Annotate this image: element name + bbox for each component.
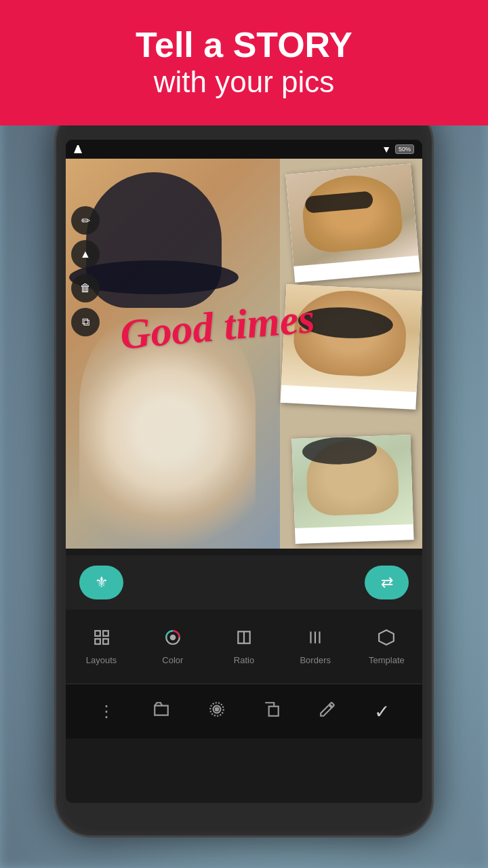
color-icon [164, 629, 182, 651]
promotional-banner: Tell a STORY with your pics [0, 0, 488, 125]
borders-icon [306, 629, 324, 651]
polaroid-1-image [285, 163, 418, 267]
phone-mockup: ▼ 50% [54, 105, 434, 837]
signal-icon [74, 145, 82, 153]
duplicate-icon: ⧉ [82, 316, 89, 328]
phone-screen: ▼ 50% [66, 140, 422, 803]
wifi-icon: ▼ [382, 144, 391, 155]
menu-item-borders[interactable]: Borders [280, 629, 351, 665]
polaroid-3-image [291, 435, 413, 528]
svg-rect-3 [103, 639, 108, 644]
butterfly-icon: ⚜ [95, 574, 108, 591]
menu-item-ratio[interactable]: Ratio [208, 629, 279, 665]
layouts-label: Layouts [86, 655, 117, 665]
svg-point-5 [171, 635, 176, 639]
polaroid-photo-3[interactable] [291, 435, 413, 544]
shuffle-button[interactable]: ⇄ [365, 566, 409, 599]
svg-rect-1 [103, 631, 108, 636]
confirm-button[interactable]: ✓ [374, 701, 390, 723]
duplicate-button[interactable]: ⧉ [71, 308, 100, 336]
left-toolbar: ✏ ▲ 🗑 ⧉ [71, 206, 100, 336]
svg-point-14 [215, 708, 218, 711]
pencil-icon: ✏ [81, 214, 90, 227]
status-bar: ▼ 50% [66, 140, 422, 159]
layer-up-button[interactable]: ▲ [71, 240, 100, 269]
shuffle-icon: ⇄ [381, 574, 393, 591]
template-label: Template [369, 655, 405, 665]
bottom-section: ⚜ ⇄ Layouts [66, 555, 422, 803]
template-icon [378, 629, 395, 651]
layouts-icon [93, 629, 110, 651]
action-row: ⚜ ⇄ [66, 555, 422, 610]
ratio-icon [235, 629, 253, 651]
effects-button[interactable]: ⚜ [79, 566, 123, 599]
banner-line2: with your pics [154, 64, 335, 100]
folder-button[interactable] [152, 701, 170, 722]
bottom-icons-row: ⋮ [66, 684, 422, 738]
svg-rect-0 [95, 631, 100, 636]
tool-menu-row: Layouts Color [66, 610, 422, 684]
battery-indicator: 50% [395, 144, 414, 154]
borders-label: Borders [300, 655, 331, 665]
banner-line1: Tell a STORY [136, 26, 352, 64]
photo-canvas[interactable]: Good times ✏ ▲ 🗑 ⧉ [66, 159, 422, 549]
svg-marker-11 [380, 630, 394, 645]
camera-button[interactable] [208, 701, 226, 722]
more-options-button[interactable]: ⋮ [98, 702, 115, 721]
svg-rect-15 [269, 707, 279, 716]
delete-button[interactable]: 🗑 [71, 274, 100, 302]
menu-item-template[interactable]: Template [351, 629, 422, 665]
svg-rect-2 [95, 639, 100, 644]
girl-photo-1 [300, 172, 404, 254]
menu-item-layouts[interactable]: Layouts [66, 629, 137, 665]
copy-button[interactable] [263, 701, 281, 722]
color-label: Color [162, 655, 183, 665]
edit-tool-button[interactable]: ✏ [71, 206, 100, 235]
ratio-label: Ratio [234, 655, 254, 665]
pen-edit-button[interactable] [319, 701, 336, 722]
polaroid-photo-1[interactable] [285, 163, 420, 283]
triangle-up-icon: ▲ [80, 248, 91, 260]
trash-icon: 🗑 [80, 282, 91, 294]
status-right: ▼ 50% [382, 144, 414, 155]
menu-item-color[interactable]: Color [137, 629, 208, 665]
